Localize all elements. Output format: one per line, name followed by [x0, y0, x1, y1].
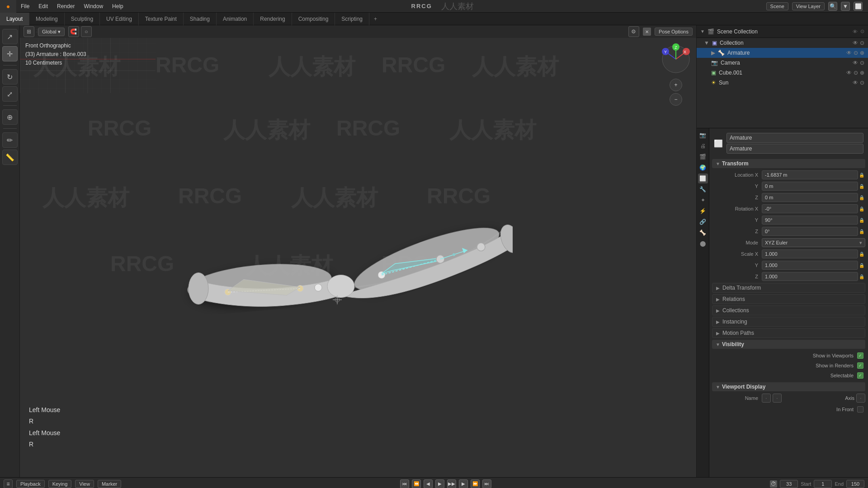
cube-restrict1[interactable]: 👁 [846, 70, 852, 76]
menu-help[interactable]: Help [108, 0, 128, 13]
axis-dot[interactable]: · [856, 394, 865, 403]
outliner-armature[interactable]: ▶ 🦴 Armature 👁 ⊙ ⊕ [697, 48, 868, 58]
maximize-button[interactable]: ⬜ [854, 2, 863, 11]
next-frame-btn[interactable]: ⏩ [471, 479, 480, 488]
scale-y-lock[interactable]: 🔒 [858, 263, 865, 268]
sun-restrict1[interactable]: 👁 [853, 80, 858, 86]
rotation-z-input[interactable]: 0° [762, 227, 858, 236]
current-frame-display[interactable]: 33 [780, 480, 798, 488]
rotation-x-input[interactable]: -0° [762, 204, 858, 213]
timeline-menu-icon[interactable]: ≡ [4, 479, 13, 488]
tab-layout[interactable]: Layout [0, 13, 29, 25]
prop-constraints-icon[interactable]: 🔗 [698, 217, 708, 227]
rotation-z-lock[interactable]: 🔒 [858, 229, 865, 234]
delta-transform-section[interactable]: ▶ Delta Transform [712, 283, 865, 293]
prop-output-icon[interactable]: 🖨 [698, 141, 708, 151]
cube-restrict2[interactable]: ⊙ [854, 70, 858, 76]
zoom-out-btn[interactable]: − [670, 93, 682, 106]
outliner-collection[interactable]: ▼ ▣ Collection 👁 ⊙ [697, 38, 868, 48]
tab-texture-paint[interactable]: Texture Paint [139, 13, 184, 25]
tab-modeling[interactable]: Modeling [29, 13, 65, 25]
location-y-input[interactable]: 0 m [762, 182, 858, 191]
measure-tool[interactable]: 📏 [2, 150, 18, 165]
end-frame-input[interactable]: 150 [846, 480, 864, 488]
tab-sculpting[interactable]: Sculpting [65, 13, 100, 25]
vp-name-dot2[interactable]: · [773, 394, 782, 403]
prop-world-icon[interactable]: 🌍 [698, 163, 708, 173]
transform-tool[interactable]: ⊕ [2, 109, 18, 125]
scale-y-input[interactable]: 1.000 [762, 261, 858, 270]
show-viewports-checkbox[interactable]: ✓ [857, 352, 863, 359]
rotate-tool[interactable]: ↻ [2, 69, 18, 84]
view-layer-selector[interactable]: View Layer [792, 2, 825, 10]
jump-to-start-btn[interactable]: ⏮ [400, 479, 409, 488]
scene-selector[interactable]: Scene [766, 2, 788, 10]
viewport-display-header[interactable]: ▼ Viewport Display [712, 382, 865, 391]
armature-restrict2[interactable]: ⊙ [854, 50, 858, 56]
search-button[interactable]: 🔍 [828, 2, 837, 11]
filter-button[interactable]: ▼ [841, 2, 850, 11]
scale-x-lock[interactable]: 🔒 [858, 252, 865, 257]
prop-data-icon[interactable]: 🦴 [698, 228, 708, 238]
object-data-input[interactable]: Armature [726, 144, 863, 154]
object-name-input[interactable]: Armature [726, 133, 863, 143]
viewport-settings-btn[interactable]: ⚙ [628, 26, 639, 37]
prev-frame-btn[interactable]: ⏪ [412, 479, 421, 488]
play-all-btn[interactable]: ▶▶ [447, 479, 456, 488]
move-tool[interactable]: ✛ [2, 46, 18, 61]
scale-x-input[interactable]: 1.000 [762, 249, 858, 258]
outliner-sun[interactable]: ☀ Sun 👁 ⊙ [697, 78, 868, 88]
instancing-section[interactable]: ▶ Instancing [712, 317, 865, 327]
prev-keyframe-btn[interactable]: ◀ [424, 479, 433, 488]
scale-z-lock[interactable]: 🔒 [858, 274, 865, 279]
viewport-mode-icon[interactable]: ⊞ [24, 26, 34, 37]
prop-scene-icon[interactable]: 🎬 [698, 152, 708, 162]
tab-shading[interactable]: Shading [184, 13, 217, 25]
location-y-lock[interactable]: 🔒 [858, 184, 865, 189]
visibility-section-header[interactable]: ▼ Visibility [712, 340, 865, 349]
add-workspace-button[interactable]: + [369, 16, 382, 22]
pose-options-btn[interactable]: Pose Options [655, 28, 693, 36]
cube-restrict3[interactable]: ⊕ [860, 70, 864, 76]
rotation-y-lock[interactable]: 🔒 [858, 218, 865, 223]
collection-sel-icon[interactable]: ⊙ [860, 40, 864, 46]
menu-file[interactable]: File [16, 0, 34, 13]
prop-modifier-icon[interactable]: 🔧 [698, 184, 708, 194]
viewport-close-btn[interactable]: ✕ [643, 28, 651, 36]
location-z-lock[interactable]: 🔒 [858, 195, 865, 200]
outliner-cube[interactable]: ▣ Cube.001 👁 ⊙ ⊕ [697, 68, 868, 78]
scene-collection-restrict1[interactable]: 👁 [853, 29, 858, 34]
viewport-perspective-btn[interactable]: Global ▾ [38, 28, 65, 36]
prop-render-icon[interactable]: 📷 [698, 130, 708, 140]
transform-section-header[interactable]: ▼ Transform [712, 159, 865, 168]
camera-restrict2[interactable]: ⊙ [860, 60, 864, 66]
play-btn[interactable]: ▶ [435, 479, 444, 488]
location-x-lock[interactable]: 🔒 [858, 173, 865, 178]
prop-material-icon[interactable]: ⬤ [698, 239, 708, 249]
jump-to-end-btn[interactable]: ⏭ [482, 479, 491, 488]
menu-render[interactable]: Render [52, 0, 79, 13]
location-x-input[interactable]: -1.6837 m [762, 170, 858, 179]
prop-physics-icon[interactable]: ⚡ [698, 206, 708, 216]
collection-vis-icon[interactable]: 👁 [853, 40, 858, 46]
keying-btn[interactable]: Keying [48, 480, 72, 488]
armature-restrict3[interactable]: ⊕ [860, 50, 864, 56]
tab-uv-editing[interactable]: UV Editing [100, 13, 139, 25]
proportional-btn[interactable]: ○ [81, 26, 92, 37]
prop-object-icon[interactable]: ⬜ [698, 174, 708, 183]
prop-particles-icon[interactable]: ✦ [698, 195, 708, 205]
collections-section[interactable]: ▶ Collections [712, 305, 865, 315]
rotation-y-input[interactable]: 90° [762, 216, 858, 225]
tab-scripting[interactable]: Scripting [335, 13, 369, 25]
next-keyframe-btn[interactable]: ▶ [459, 479, 468, 488]
zoom-in-btn[interactable]: + [670, 79, 682, 91]
selectable-checkbox[interactable]: ✓ [857, 372, 863, 379]
playback-btn[interactable]: Playback [16, 480, 45, 488]
tab-animation[interactable]: Animation [217, 13, 254, 25]
menu-window[interactable]: Window [79, 0, 108, 13]
viewport-3d[interactable]: 人人素材 RRCG 人人素材 RRCG 人人素材 RRCG 人人素材 RRCG … [20, 25, 696, 477]
motion-paths-section[interactable]: ▶ Motion Paths [712, 328, 865, 338]
marker-btn[interactable]: Marker [98, 480, 121, 488]
scale-tool[interactable]: ⤢ [2, 86, 18, 102]
scene-expand-icon[interactable]: ▼ [700, 29, 705, 34]
